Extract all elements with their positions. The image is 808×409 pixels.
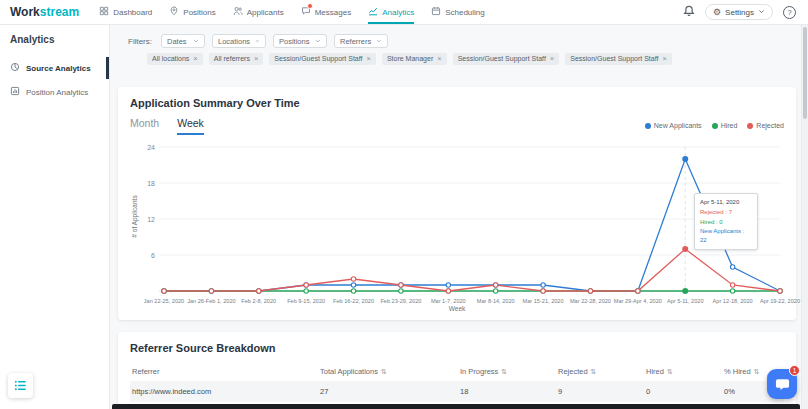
chart-legend: New Applicants Hired Rejected [645,122,784,129]
tab-month[interactable]: Month [130,117,159,135]
main-nav: Dashboard Positions Applicants Messages … [99,0,485,24]
legend-dot [747,123,753,129]
nav-positions[interactable]: Positions [169,0,215,24]
cell-total-applications: 27 [318,381,458,402]
list-icon [13,378,28,393]
list-menu-widget-button[interactable] [8,373,33,398]
breakdown-card-title: Referrer Source Breakdown [130,342,784,354]
pie-chart-icon [10,62,20,74]
cell-in-progress: 18 [458,381,556,402]
svg-text:Feb 9-15, 2020: Feb 9-15, 2020 [287,298,325,304]
settings-menu-button[interactable]: ⚙ Settings [705,4,773,20]
scrollbar-thumb[interactable] [803,27,807,119]
filter-chip[interactable]: Session/Guest Support Staff× [453,53,560,65]
chip-label: All locations [152,55,189,62]
chat-unread-badge: 1 [789,365,800,376]
filter-chip[interactable]: All referrers× [209,53,264,65]
notifications-bell-icon[interactable] [683,3,695,21]
people-icon [233,6,243,18]
column-header-in-progress[interactable]: In Progress⇅ [458,362,556,381]
referrer-source-breakdown-card: Referrer Source Breakdown Referrer Total… [118,332,796,409]
filter-chip[interactable]: Session/Guest Support Staff× [565,53,672,65]
sort-icon: ⇅ [754,368,760,375]
nav-label-dashboard: Dashboard [113,8,152,17]
workstream-logo[interactable]: Workstream [10,5,79,19]
top-nav-bar: Workstream Dashboard Positions Applicant… [0,0,808,25]
messages-notification-badge [307,3,313,9]
chevron-down-icon [315,38,321,44]
tooltip-title: Apr 5-11, 2020 [700,198,752,207]
logo-text-work: Work [10,5,40,19]
sidebar-item-position-analytics[interactable]: Position Analytics [0,80,109,104]
settings-label: Settings [725,8,754,17]
locations-filter-dropdown[interactable]: Locations [212,34,266,48]
chat-launcher-button[interactable]: 1 [767,369,797,399]
topbar-actions: ⚙ Settings ? [683,3,796,21]
nav-applicants[interactable]: Applicants [233,0,284,24]
chip-close-icon[interactable]: × [662,55,666,63]
nav-scheduling[interactable]: Scheduling [431,0,485,24]
location-pin-icon [169,6,179,18]
y-axis-label: # of Applicants [131,187,138,247]
svg-text:Apr 5-11, 2020: Apr 5-11, 2020 [667,298,704,304]
dates-filter-dropdown[interactable]: Dates [161,34,205,48]
sidebar-title: Analytics [0,25,109,56]
svg-text:Mar 29-Apr 4, 2020: Mar 29-Apr 4, 2020 [614,298,662,304]
filter-chip[interactable]: All locations× [147,53,203,65]
application-summary-line-chart[interactable]: 6121824Jan 22-25, 2020Jan 26-Feb 1, 2020… [138,141,786,309]
column-header-total-applications[interactable]: Total Applications⇅ [318,362,458,381]
sidebar-item-source-analytics[interactable]: Source Analytics [0,56,109,80]
vertical-scrollbar[interactable] [801,25,808,409]
help-button[interactable]: ? [783,6,796,19]
tab-week[interactable]: Week [177,117,204,135]
column-header-referrer[interactable]: Referrer [130,362,318,381]
column-header-rejected[interactable]: Rejected⇅ [556,362,644,381]
nav-messages[interactable]: Messages [301,0,351,24]
dropdown-label: Referrers [340,37,371,46]
chip-close-icon[interactable]: × [193,55,197,63]
chip-label: Session/Guest Support Staff [570,55,658,62]
summary-card-title: Application Summary Over Time [130,97,784,109]
chip-close-icon[interactable]: × [437,55,441,63]
chip-close-icon[interactable]: × [254,55,258,63]
positions-filter-dropdown[interactable]: Positions [273,34,327,48]
legend-dot [645,123,651,129]
dropdown-label: Dates [167,37,187,46]
svg-text:Mar 8-14, 2020: Mar 8-14, 2020 [477,298,515,304]
legend-new-applicants: New Applicants [645,122,702,129]
bar-chart-icon [10,86,20,98]
svg-text:Mar 22-28, 2020: Mar 22-28, 2020 [570,298,611,304]
chart-tooltip: Apr 5-11, 2020 Rejected : 7 Hired : 0 Ne… [694,193,758,250]
analytics-sidebar: Analytics Source Analytics Position Anal… [0,25,110,409]
legend-rejected: Rejected [747,122,784,129]
sidebar-item-label: Source Analytics [26,64,91,73]
tooltip-row-rejected: Rejected : 7 [700,208,752,217]
period-tabs: Month Week [130,117,204,135]
chevron-down-icon [376,38,382,44]
svg-text:Mar 15-21, 2020: Mar 15-21, 2020 [523,298,564,304]
column-header-hired[interactable]: Hired⇅ [644,362,722,381]
referrers-filter-dropdown[interactable]: Referrers [334,34,388,48]
dropdown-label: Locations [218,37,250,46]
svg-text:Feb 2-8, 2020: Feb 2-8, 2020 [241,298,276,304]
sort-icon: ⇅ [501,368,507,375]
nav-dashboard[interactable]: Dashboard [99,0,152,24]
nav-analytics[interactable]: Analytics [368,0,414,24]
chip-label: All referrers [214,55,250,62]
sort-icon: ⇅ [667,368,673,375]
calendar-icon [431,6,441,18]
referrer-table: Referrer Total Applications⇅ In Progress… [130,362,784,402]
svg-text:18: 18 [147,180,155,187]
chip-close-icon[interactable]: × [550,55,554,63]
filter-chip[interactable]: Session/Guest Support Staff× [269,53,376,65]
cell-rejected: 9 [556,381,644,402]
legend-label: New Applicants [654,122,702,129]
svg-text:12: 12 [147,216,155,223]
chip-close-icon[interactable]: × [367,55,371,63]
cell-referrer: https://www.indeed.com [130,381,318,402]
filter-chip[interactable]: Store Manager× [382,53,447,65]
sidebar-item-label: Position Analytics [26,88,88,97]
chip-label: Session/Guest Support Staff [458,55,546,62]
svg-text:6: 6 [151,252,155,259]
legend-dot [712,123,718,129]
